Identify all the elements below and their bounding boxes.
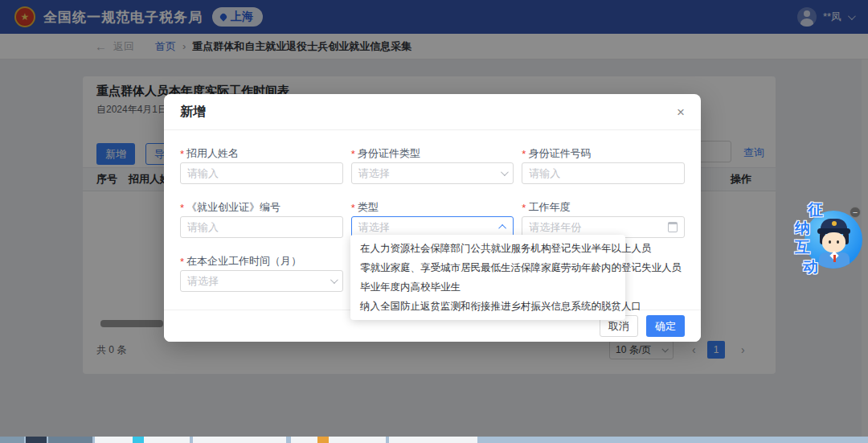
- field-id-number: *身份证件号码: [522, 145, 685, 184]
- field-cert-number: *《就业创业证》编号: [180, 199, 343, 238]
- field-recruit-name: *招用人姓名: [180, 145, 343, 184]
- field-label: 招用人姓名: [186, 146, 239, 161]
- confirm-button[interactable]: 确定: [646, 315, 685, 337]
- id-number-input[interactable]: [529, 167, 678, 179]
- calendar-icon: [668, 222, 678, 232]
- widget-minimize-button[interactable]: −: [850, 207, 861, 218]
- field-label: 《就业创业证》编号: [186, 200, 280, 215]
- field-label: 类型: [358, 200, 379, 215]
- taskbar-window-button[interactable]: [291, 437, 386, 443]
- chevron-down-icon: [330, 276, 338, 284]
- widget-char: 纳: [795, 218, 810, 239]
- field-label: 身份证件类型: [358, 146, 420, 161]
- id-type-select[interactable]: 请选择: [351, 162, 514, 184]
- field-label: 在本企业工作时间（月）: [186, 254, 301, 269]
- work-months-select[interactable]: 请选择: [180, 270, 343, 292]
- taskbar-item[interactable]: [0, 437, 24, 443]
- required-asterisk: *: [180, 148, 184, 160]
- type-dropdown: 在人力资源社会保障部门公共就业服务机构登记失业半年以上人员 零就业家庭、享受城市…: [350, 235, 625, 320]
- field-id-type: *身份证件类型 请选择: [351, 145, 514, 184]
- cert-number-input[interactable]: [187, 221, 336, 233]
- field-label: 工作年度: [528, 200, 570, 215]
- field-work-year: *工作年度 请选择年份: [522, 199, 685, 238]
- field-type: *类型 请选择: [351, 199, 514, 238]
- recruit-name-input[interactable]: [187, 167, 336, 179]
- os-taskbar[interactable]: [0, 437, 868, 443]
- dropdown-option[interactable]: 纳入全国防止返贫监测和衔接推进乡村振兴信息系统的脱贫人口: [350, 297, 625, 316]
- dropdown-option[interactable]: 在人力资源社会保障部门公共就业服务机构登记失业半年以上人员: [350, 239, 625, 258]
- screen: ★ 全国统一规范电子税务局 上海 **凤 ← 返回 首页 › 重点群体和自主就业…: [0, 0, 868, 443]
- taskbar-item[interactable]: [26, 437, 47, 443]
- widget-char: 互: [795, 237, 810, 258]
- chevron-down-icon: [501, 168, 509, 176]
- taskbar-window-button[interactable]: [193, 437, 286, 443]
- add-dialog: 新增 × *招用人姓名 *身份证件类型 请选择 *身份证件号码 *《就业创业证》…: [164, 94, 701, 342]
- widget-char: 动: [803, 256, 818, 277]
- taskbar-icon: [317, 437, 329, 443]
- tax-interaction-widget[interactable]: 征 纳 互 动 −: [792, 193, 868, 277]
- field-work-months: *在本企业工作时间（月） 请选择: [180, 252, 343, 292]
- taskbar-item[interactable]: [48, 437, 92, 443]
- close-icon[interactable]: ×: [677, 105, 685, 119]
- dropdown-option[interactable]: 零就业家庭、享受城市居民最低生活保障家庭劳动年龄内的登记失业人员: [350, 258, 625, 277]
- dropdown-option[interactable]: 毕业年度内高校毕业生: [350, 277, 625, 297]
- field-label: 身份证件号码: [528, 146, 591, 161]
- dialog-title: 新增: [180, 104, 206, 121]
- taskbar-window-button[interactable]: [389, 437, 477, 443]
- taskbar-icon: [133, 437, 144, 443]
